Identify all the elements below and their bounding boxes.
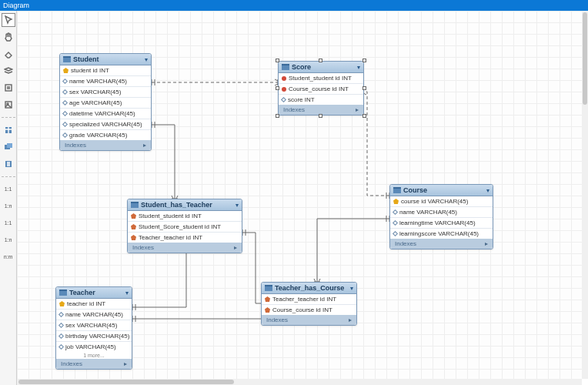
table-footer[interactable]: Indexes▸ [60,140,151,150]
table-footer[interactable]: Indexes▸ [262,315,356,325]
table-column[interactable]: Teacher_teacher id INT [128,232,242,243]
table-column[interactable]: score INT [279,94,363,105]
collapse-icon[interactable]: ▾ [125,290,129,296]
dia-icon [62,100,68,105]
table-header[interactable]: Teacher ▾ [56,287,132,299]
selection-handle[interactable] [276,114,279,118]
table-header[interactable]: Course ▾ [390,185,493,196]
table-column[interactable]: learningscore VARCHAR(45) [390,228,493,239]
table-column[interactable]: Student_student id INT [128,211,242,221]
table-column[interactable]: sex VARCHAR(45) [56,320,132,330]
selection-handle[interactable] [362,114,366,118]
expand-icon: ▸ [485,240,488,247]
column-text: Student_Score_student id INT [139,223,221,230]
rd-icon [282,76,286,81]
rel-ntom-tool[interactable]: n:m [2,251,15,263]
collapse-icon[interactable]: ▾ [357,64,360,71]
column-text: Teacher_teacher id INT [139,234,202,241]
image-tool[interactable] [2,99,15,111]
column-text: student id INT [71,67,109,74]
table-student-has-teacher[interactable]: Student_has_Teacher ▾ Student_student id… [127,199,242,253]
dia-icon [62,122,68,127]
rd-icon [282,87,286,92]
table-column[interactable]: course id VARCHAR(45) [390,196,493,206]
selection-handle[interactable] [362,59,366,62]
separator [2,176,15,177]
rel-1to1-nonid-tool[interactable]: 1:1 [2,217,15,229]
table-column[interactable]: Teacher_teacher id INT [262,294,356,304]
selection-handle[interactable] [319,59,322,62]
table-column[interactable]: specialized VARCHAR(45) [60,119,151,129]
table-column[interactable]: Course_course id INT [279,83,363,94]
table-column[interactable]: teacher id INT [56,299,132,309]
table-column[interactable]: birthday VARCHAR(45) [56,330,132,341]
table-columns: student id INTname VARCHAR(45)sex VARCHA… [60,65,151,140]
pointer-tool[interactable] [2,14,15,26]
table-column[interactable]: Student_Score_student id INT [128,221,242,232]
title-bar: Diagram [0,0,588,11]
fkey-icon [131,224,136,229]
table-column[interactable]: name VARCHAR(45) [390,206,493,217]
column-text: age VARCHAR(45) [69,99,122,106]
table-header[interactable]: Student_has_Teacher ▾ [128,199,242,211]
svg-rect-0 [5,85,12,91]
table-column[interactable]: job VARCHAR(45) [56,341,132,352]
table-column[interactable]: sex VARCHAR(45) [60,86,151,97]
table-score[interactable]: Score ▾ Student_student id INTCourse_cou… [278,61,364,116]
table-column[interactable]: name VARCHAR(45) [56,309,132,320]
scrollbar-thumb[interactable] [583,12,587,105]
rel-1ton-id-tool[interactable]: 1:n [2,200,15,213]
layer-tool[interactable] [2,65,15,77]
table-header[interactable]: Teacher_has_Course ▾ [262,283,356,294]
table-column[interactable]: grade VARCHAR(45) [60,129,151,140]
table-column[interactable]: student id INT [60,65,151,75]
rel-1ton-nonid-tool[interactable]: 1:n [2,234,15,246]
table-footer[interactable]: Indexes▸ [56,359,132,369]
dia-icon [62,132,68,138]
selection-handle[interactable] [362,86,366,90]
table-column[interactable]: age VARCHAR(45) [60,97,151,108]
dia-icon [62,111,68,116]
table-column[interactable]: learningtime VARCHAR(45) [390,217,493,228]
view-tool[interactable] [2,141,15,153]
rel-1to1-id-tool[interactable]: 1:1 [2,183,15,196]
collapse-icon[interactable]: ▾ [350,285,353,292]
table-columns: Student_student id INTCourse_course id I… [279,73,363,105]
table-columns: teacher id INTname VARCHAR(45)sex VARCHA… [56,299,132,352]
table-teacher[interactable]: Teacher ▾ teacher id INTname VARCHAR(45)… [55,286,132,370]
table-column[interactable]: Student_student id INT [279,73,363,83]
selection-handle[interactable] [319,114,322,118]
table-student[interactable]: Student ▾ student id INTname VARCHAR(45)… [59,53,152,151]
scrollbar-thumb[interactable] [18,380,234,384]
selection-handle[interactable] [276,86,279,90]
diagram-canvas[interactable]: Student ▾ student id INTname VARCHAR(45)… [17,11,582,379]
table-column[interactable]: name VARCHAR(45) [60,75,151,86]
table-footer[interactable]: Indexes▸ [390,239,493,249]
selection-handle[interactable] [276,59,279,62]
eraser-tool[interactable] [2,48,15,60]
column-text: Teacher_teacher id INT [272,296,336,303]
column-text: course id VARCHAR(45) [401,198,468,205]
column-text: grade VARCHAR(45) [69,132,127,139]
vertical-scrollbar[interactable] [582,11,588,379]
collapse-icon[interactable]: ▾ [486,187,489,194]
table-teacher-has-course[interactable]: Teacher_has_Course ▾ Teacher_teacher id … [261,282,357,326]
column-text: datetime VARCHAR(45) [69,110,135,117]
table-title: Student [73,55,142,63]
more-columns[interactable]: 1 more... [56,352,132,359]
table-tool[interactable] [2,124,15,136]
routine-tool[interactable] [2,158,15,170]
hand-tool[interactable] [2,31,15,43]
collapse-icon[interactable]: ▾ [236,202,239,209]
table-header[interactable]: Score ▾ [279,62,363,73]
table-course[interactable]: Course ▾ course id VARCHAR(45)name VARCH… [389,184,493,249]
table-column[interactable]: datetime VARCHAR(45) [60,108,151,119]
horizontal-scrollbar[interactable] [17,379,582,385]
collapse-icon[interactable]: ▾ [145,56,148,63]
table-columns: course id VARCHAR(45)name VARCHAR(45)lea… [390,196,493,239]
table-header[interactable]: Student ▾ [60,54,151,65]
table-footer[interactable]: Indexes▸ [128,243,242,253]
table-column[interactable]: Course_course id INT [262,304,356,315]
dia-icon [393,209,398,215]
note-tool[interactable] [2,82,15,94]
